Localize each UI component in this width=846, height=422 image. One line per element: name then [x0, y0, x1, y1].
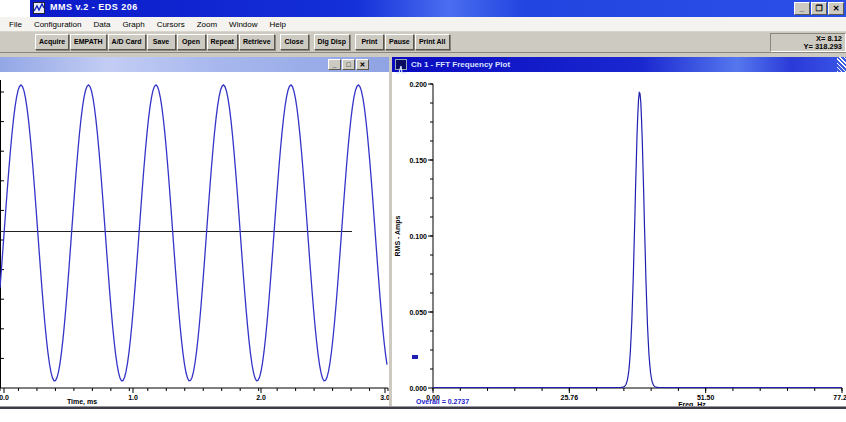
svg-text:0.000: 0.000 [409, 385, 427, 392]
main-titlebar[interactable]: MMS v.2 - EDS 206 _ ❐ ✕ [0, 0, 846, 17]
cursor-y-value: Y= 318.293 [771, 43, 842, 51]
ad-card-button[interactable]: A/D Card [108, 34, 146, 50]
svg-text:0.050: 0.050 [409, 309, 427, 316]
svg-text:0.0: 0.0 [0, 394, 9, 401]
cursor-coordinate-readout: X= 8.12 Y= 318.293 [770, 33, 846, 52]
window-title: MMS v.2 - EDS 206 [50, 2, 138, 12]
menu-configuration[interactable]: Configuration [28, 20, 88, 29]
svg-text:77.25: 77.25 [833, 394, 846, 401]
child-maximize-button[interactable]: □ [342, 59, 355, 70]
fft-trace [433, 93, 842, 388]
retrieve-button[interactable]: Retrieve [239, 34, 275, 50]
mdi-workspace: _ □ ✕ 0.01.02.03.0Time, ms Ch 1 - FFT Fr… [0, 53, 846, 408]
application-window: MMS v.2 - EDS 206 _ ❐ ✕ File Configurati… [0, 0, 846, 422]
close-graph-button[interactable]: Close [280, 34, 309, 50]
svg-text:Time, ms: Time, ms [67, 398, 97, 406]
time-waveform-titlebar[interactable]: _ □ ✕ [0, 57, 389, 72]
time-waveform-window: _ □ ✕ 0.01.02.03.0Time, ms [0, 57, 389, 407]
close-button[interactable]: ✕ [828, 2, 844, 15]
fft-window-icon [395, 59, 407, 70]
menu-bar: File Configuration Data Graph Cursors Zo… [0, 17, 846, 32]
time-waveform-canvas[interactable]: 0.01.02.03.0Time, ms [0, 72, 389, 406]
cursor-marker [412, 355, 418, 359]
svg-text:0.100: 0.100 [409, 233, 427, 240]
menu-graph[interactable]: Graph [116, 20, 150, 29]
repeat-button[interactable]: Repeat [207, 34, 238, 50]
menu-window[interactable]: Window [223, 20, 263, 29]
svg-text:0.200: 0.200 [409, 81, 427, 88]
print-button[interactable]: Print [355, 34, 384, 50]
svg-text:RMS - Amps: RMS - Amps [394, 215, 402, 256]
menu-help[interactable]: Help [264, 20, 292, 29]
svg-text:25.76: 25.76 [561, 394, 579, 401]
svg-text:1.0: 1.0 [128, 394, 138, 401]
dlg-disp-button[interactable]: Dlg Disp [314, 34, 350, 50]
save-button[interactable]: Save [147, 34, 176, 50]
acquire-button[interactable]: Acquire [35, 34, 69, 50]
window-controls: _ ❐ ✕ [794, 2, 844, 15]
print-all-button[interactable]: Print All [415, 34, 450, 50]
menu-cursors[interactable]: Cursors [151, 20, 191, 29]
restore-button[interactable]: ❐ [811, 2, 827, 15]
fft-canvas[interactable]: 0.2000.1500.1000.0500.0000.0025.7651.507… [392, 72, 846, 406]
fft-window-title: Ch 1 - FFT Frequency Plot [411, 60, 510, 69]
app-icon[interactable] [33, 2, 45, 14]
overall-annotation: Overall = 0.2737 [416, 398, 469, 405]
fft-window: Ch 1 - FFT Frequency Plot 0.2000.1500.10… [392, 57, 846, 407]
minimize-button[interactable]: _ [794, 2, 810, 15]
fft-titlebar[interactable]: Ch 1 - FFT Frequency Plot [392, 57, 846, 72]
empath-button[interactable]: EMPATH [70, 34, 107, 50]
desktop-corner [0, 0, 30, 17]
child-close-button[interactable]: ✕ [356, 59, 369, 70]
bottom-divider [0, 406, 846, 409]
open-button[interactable]: Open [177, 34, 206, 50]
menu-data[interactable]: Data [87, 20, 116, 29]
pause-button[interactable]: Pause [385, 34, 414, 50]
time-waveform-plot-area: 0.01.02.03.0Time, ms [0, 72, 389, 410]
svg-text:51.50: 51.50 [697, 394, 715, 401]
titlebar-edge-pattern [837, 57, 846, 72]
fft-plot-area: 0.2000.1500.1000.0500.0000.0025.7651.507… [392, 72, 846, 410]
toolbar: Acquire EMPATH A/D Card Save Open Repeat… [0, 32, 846, 53]
x-axis: 0.01.02.03.0Time, ms [0, 388, 389, 406]
sine-trace [0, 85, 387, 381]
svg-text:2.0: 2.0 [256, 394, 266, 401]
time-waveform-controls: _ □ ✕ [328, 59, 369, 70]
axes: 0.2000.1500.1000.0500.0000.0025.7651.507… [394, 81, 846, 407]
menu-zoom[interactable]: Zoom [191, 20, 223, 29]
svg-text:0.150: 0.150 [409, 157, 427, 164]
svg-text:3.0: 3.0 [380, 394, 389, 401]
child-minimize-button[interactable]: _ [328, 59, 341, 70]
menu-file[interactable]: File [3, 20, 28, 29]
